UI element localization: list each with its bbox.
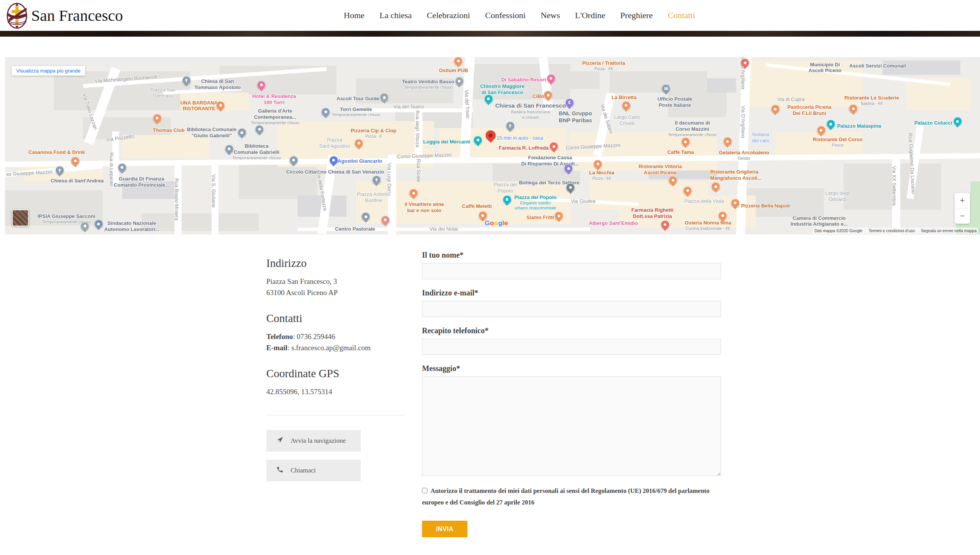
- nav-item-home[interactable]: Home: [344, 10, 365, 20]
- teatro-pin-icon[interactable]: [455, 77, 464, 86]
- map-label-piazza-sant-agostino: PiazzaSant'Agostino: [319, 137, 350, 149]
- google-map-embed[interactable]: Via Michelangelo BuonarrotiPiazza SanTom…: [5, 57, 980, 234]
- nav-item-preghiere[interactable]: Preghiere: [620, 10, 653, 20]
- map-label-via-luigi-dari: Via Luigi Dari: [386, 163, 392, 192]
- message-textarea[interactable]: [422, 376, 721, 476]
- biblioteca1-pin-icon[interactable]: [237, 128, 246, 137]
- malaspina-camera-pin-icon[interactable]: [826, 120, 835, 128]
- map-label-sindacato: Sindacato NazionaleAutonomo Lavoratori..…: [104, 220, 159, 233]
- report-error-link[interactable]: Segnala un errore nella mappa: [921, 228, 977, 233]
- wine-mid-pin-icon[interactable]: [683, 186, 692, 195]
- submit-button[interactable]: INVIA: [422, 521, 467, 537]
- vittoria-pin-icon[interactable]: [669, 176, 677, 185]
- loggia-camera-pin-icon[interactable]: [474, 136, 482, 145]
- caffe-meletti-pin-icon[interactable]: [478, 211, 487, 220]
- ostium-pin-icon[interactable]: [454, 57, 463, 66]
- nav-item-news[interactable]: News: [541, 10, 560, 20]
- nav-item-l-ordine[interactable]: L'Ordine: [575, 10, 605, 20]
- map-label-centro-pastorale: Centro Pastorale: [335, 226, 375, 232]
- righetti-pin-icon[interactable]: [661, 220, 669, 229]
- vinattiere-pin-icon[interactable]: [409, 189, 418, 197]
- popolo-camera-pin-icon[interactable]: [503, 195, 511, 204]
- ascoli-tour-pin-icon[interactable]: [380, 93, 389, 102]
- destination-marker-icon[interactable]: [485, 130, 496, 145]
- main-nav: HomeLa chiesaCelebrazioniConfessioniNews…: [344, 0, 695, 31]
- la-birretta-pin-icon[interactable]: [622, 101, 630, 110]
- biblioteca2-pin-icon[interactable]: [225, 145, 234, 154]
- circolo-pin-icon[interactable]: [289, 156, 298, 165]
- email-field-label: Indirizzo e-mail*: [422, 288, 721, 297]
- sindacato-pin-icon[interactable]: [94, 219, 103, 228]
- start-navigation-button[interactable]: Avvia la navigazione: [266, 430, 361, 452]
- pasticceria-pin-icon[interactable]: [771, 105, 780, 113]
- chiesa-tommaso-pin-icon[interactable]: ✝: [182, 76, 191, 85]
- agostini-pin-icon[interactable]: [329, 156, 338, 165]
- map-label-decumano: Il decumano diCorso MazziniTemporaneamen…: [668, 120, 717, 138]
- bella-napoli-pin-icon[interactable]: [731, 199, 740, 207]
- google-logo[interactable]: Google: [485, 219, 508, 227]
- nav-item-contatti[interactable]: Contatti: [668, 10, 695, 20]
- cibo-pin-icon[interactable]: [544, 91, 553, 100]
- site-logo[interactable]: San Francesco: [5, 2, 123, 29]
- del-corso-pin-icon[interactable]: [817, 126, 825, 135]
- view-larger-map-link[interactable]: Visualizza mappa più grande: [12, 66, 85, 76]
- terms-link[interactable]: Termini e condizioni d'uso: [869, 228, 915, 233]
- name-input[interactable]: [422, 263, 721, 279]
- fondazione-bank-pin-icon[interactable]: [564, 164, 573, 173]
- guardia-pin-icon[interactable]: [118, 163, 126, 172]
- map-label-palazzo-colucci: Palazzo Colucci: [914, 120, 952, 126]
- chiostro-camera-pin-icon[interactable]: [484, 94, 493, 103]
- privacy-consent-row: Autorizzo il trattamento dei miei dati p…: [422, 485, 721, 508]
- map-label-biblioteca-gabrielli-1: Biblioteca Comunale"Giulio Gabrielli": [187, 127, 237, 139]
- nav-item-la-chiesa[interactable]: La chiesa: [380, 10, 412, 20]
- san-francesco-pin-icon[interactable]: ✝: [506, 121, 514, 130]
- caffe-tama-pin-icon[interactable]: [681, 137, 690, 146]
- sant-andrea-pin-icon[interactable]: ✝: [55, 166, 64, 175]
- street-view-thumbnail[interactable]: [12, 209, 29, 226]
- bottega-gray-pin-icon[interactable]: [566, 183, 575, 192]
- map-label-pizzeria-trattoria: Pizzeria / TrattoriaPizza · €€: [582, 60, 625, 71]
- hotel-100-torri-pin-icon[interactable]: [257, 81, 266, 89]
- nicchia-pin-icon[interactable]: [593, 160, 602, 169]
- centro-pastorale-pin-icon[interactable]: [361, 212, 370, 221]
- map-label-piazza-bonfine: Piazza AntonioBonfine: [357, 191, 390, 204]
- map-label-farmacia-loffreda: Farmacia R. Loffreda: [499, 145, 548, 151]
- una-bardana-pin-icon[interactable]: [216, 101, 225, 110]
- map-block: [551, 71, 600, 89]
- nav-item-celebrazioni[interactable]: Celebrazioni: [427, 10, 470, 20]
- map-label-la-birretta: La Birretta: [612, 94, 637, 101]
- scuderie-pin-icon[interactable]: [849, 104, 858, 113]
- casanova-pin-icon[interactable]: [71, 157, 80, 165]
- ufficio-mail-pin-icon[interactable]: ✉: [662, 84, 671, 93]
- torri-gemelle-pin-icon[interactable]: [321, 108, 330, 116]
- zoom-in-button[interactable]: +: [955, 193, 970, 208]
- cip-ciop-pin-icon[interactable]: [355, 139, 363, 148]
- map-label-chiostro-maggiore: Chiostro Maggioredi San Francesco: [480, 83, 524, 96]
- address-line-1: Piazza San Francesco, 3: [266, 277, 337, 285]
- call-us-button[interactable]: Chiamaci: [266, 460, 361, 481]
- contact-form: Il tuo nome* Indirizzo e-mail* Recapito …: [422, 251, 721, 537]
- galleria-museum-pin-icon[interactable]: [255, 125, 264, 134]
- phone-input[interactable]: [422, 339, 721, 355]
- nav-item-confessioni[interactable]: Confessioni: [485, 10, 526, 20]
- top-right-red-pin-icon[interactable]: [741, 58, 750, 67]
- colucci-camera-pin-icon[interactable]: [953, 117, 962, 126]
- san-venanzio-pin-icon[interactable]: ✝: [372, 175, 381, 184]
- osteria-pin-icon[interactable]: [718, 211, 727, 220]
- griglieria-pin-icon[interactable]: [711, 182, 720, 191]
- message-field-group: Messaggio*: [422, 364, 721, 476]
- privacy-checkbox[interactable]: [422, 488, 427, 493]
- siamo-fritti-pin-icon[interactable]: [555, 211, 563, 220]
- thomas-club-pin-icon[interactable]: [153, 114, 161, 123]
- email-input[interactable]: [422, 301, 721, 317]
- contact-info-column: Indirizzo Piazza San Francesco, 3 63100 …: [266, 251, 405, 481]
- loffreda-pin-icon[interactable]: [550, 142, 558, 151]
- zoom-out-button[interactable]: −: [955, 209, 970, 224]
- sindacato-cap-pin-icon[interactable]: [81, 222, 89, 231]
- bnl-euro-pin-icon[interactable]: €: [565, 98, 574, 107]
- map-label-loggia-mercanti: Loggia dei Mercanti: [423, 139, 470, 145]
- salmon-cross-pin-icon[interactable]: [381, 216, 390, 224]
- sabatino-pin-icon[interactable]: [546, 74, 555, 83]
- google-logo-letter: o: [494, 219, 498, 227]
- gelateria-pin-icon[interactable]: [723, 137, 732, 146]
